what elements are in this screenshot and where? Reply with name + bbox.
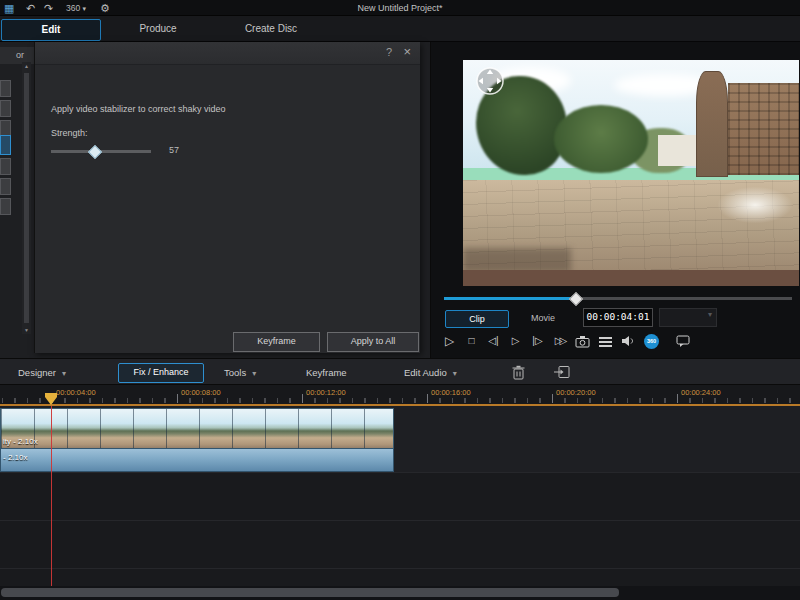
slider-thumb[interactable] xyxy=(88,145,102,159)
insert-project-icon[interactable] xyxy=(554,365,570,383)
ruler-label: 00:00:24:00 xyxy=(681,388,721,397)
preview-quality-dropdown[interactable]: ▾ xyxy=(659,308,717,327)
video-tree-mid xyxy=(554,105,648,173)
previous-frame-button[interactable]: ◁| xyxy=(487,331,500,351)
apply-to-all-button[interactable]: Apply to All xyxy=(327,332,419,352)
chevron-down-icon: ▾ xyxy=(252,369,256,378)
tools-dropdown[interactable]: Tools▾ xyxy=(224,359,256,386)
timeline-area[interactable]: ity - 2.10x - 2.10x xyxy=(0,406,800,586)
track-separator xyxy=(0,472,800,473)
tab-create-disc[interactable]: Create Disc xyxy=(216,19,326,39)
fast-forward-button[interactable]: ▷▷ xyxy=(553,331,566,351)
video-white-building xyxy=(658,135,702,167)
major-tick xyxy=(677,394,678,403)
playhead-marker[interactable] xyxy=(45,393,57,405)
step-play-button[interactable]: ▷ xyxy=(509,331,522,351)
designer-dropdown[interactable]: Designer▾ xyxy=(18,359,66,386)
stabilizer-description: Apply video stabilizer to correct shaky … xyxy=(51,104,226,114)
ruler-label: 00:00:08:00 xyxy=(181,388,221,397)
playhead-triangle xyxy=(45,397,57,405)
library-thumb[interactable] xyxy=(0,198,11,215)
powerdirector-window: ▦ ↶ ↷ 360 ▾ ⚙ New Untitled Project* Edit… xyxy=(0,0,800,600)
snapshot-camera-icon[interactable] xyxy=(575,335,590,348)
video-ground-strip xyxy=(463,270,799,286)
mode-tab-bar: Edit Produce Create Disc xyxy=(0,16,800,42)
video-building xyxy=(728,83,799,176)
scroll-down-icon[interactable]: ▼ xyxy=(22,327,31,333)
ruler-label: 00:00:16:00 xyxy=(431,388,471,397)
playhead-line[interactable] xyxy=(51,406,52,586)
delete-trash-icon[interactable] xyxy=(512,365,525,384)
timecode-display[interactable]: 00:00:04:01 xyxy=(583,308,653,327)
track-separator xyxy=(0,568,800,569)
timeline-video-clip[interactable]: ity - 2.10x xyxy=(0,408,394,450)
video-tower xyxy=(696,71,728,177)
transport-controls: ▷ □ ◁| ▷ |▷ ▷▷ 360 xyxy=(443,330,690,352)
video-shadow xyxy=(463,248,571,273)
preview-window-icon[interactable] xyxy=(676,335,690,347)
library-thumb[interactable] xyxy=(0,100,11,117)
library-thumb[interactable] xyxy=(0,178,11,195)
ruler-label: 00:00:04:00 xyxy=(56,388,96,397)
timeline-horizontal-scrollbar[interactable] xyxy=(0,586,800,600)
strength-label: Strength: xyxy=(51,128,88,138)
pan-360-control[interactable] xyxy=(475,66,505,100)
timeline-toolbar: Designer▾ Fix / Enhance Tools▾ Keyframe … xyxy=(0,358,800,385)
chevron-down-icon: ▾ xyxy=(708,310,712,319)
fix-enhance-button[interactable]: Fix / Enhance xyxy=(118,363,204,383)
major-tick xyxy=(552,394,553,403)
seek-progress xyxy=(444,297,575,300)
scrollbar-thumb[interactable] xyxy=(24,73,29,323)
ruler-ticks xyxy=(0,398,800,403)
panel-header: ? × xyxy=(35,42,420,65)
seek-bar[interactable] xyxy=(444,297,792,300)
display-options-icon[interactable] xyxy=(599,336,612,347)
preview-tab-clip[interactable]: Clip xyxy=(445,310,509,328)
seek-thumb[interactable] xyxy=(568,292,582,306)
chevron-down-icon: ▾ xyxy=(62,369,66,378)
library-scrollbar[interactable]: ▲ ▼ xyxy=(22,62,31,334)
edit-audio-dropdown[interactable]: Edit Audio▾ xyxy=(404,359,457,386)
major-tick xyxy=(427,394,428,403)
next-frame-button[interactable]: |▷ xyxy=(531,331,544,351)
timeline-ruler[interactable]: 00:00:04:00 00:00:08:00 00:00:12:00 00:0… xyxy=(0,385,800,406)
major-tick xyxy=(302,394,303,403)
track-separator xyxy=(0,520,800,521)
video-glare xyxy=(718,187,792,223)
video-clip-label: ity - 2.10x xyxy=(3,437,38,446)
preview-pane: Clip Movie 00:00:04:01 ▾ ▷ □ ◁| ▷ |▷ ▷▷ … xyxy=(430,42,800,358)
tab-produce[interactable]: Produce xyxy=(100,19,216,39)
timeline-audio-clip[interactable]: - 2.10x xyxy=(0,448,394,472)
library-thumb-selected[interactable] xyxy=(0,135,11,155)
project-title: New Untitled Project* xyxy=(0,0,800,16)
title-bar: ▦ ↶ ↷ 360 ▾ ⚙ New Untitled Project* xyxy=(0,0,800,16)
stop-button[interactable]: □ xyxy=(465,331,478,351)
keyframe-toolbar-button[interactable]: Keyframe xyxy=(306,359,347,386)
play-button[interactable]: ▷ xyxy=(443,331,456,351)
major-tick xyxy=(177,394,178,403)
strength-slider[interactable] xyxy=(51,150,151,153)
library-thumb[interactable] xyxy=(0,80,11,97)
audio-clip-label: - 2.10x xyxy=(3,453,27,462)
preview-tab-movie[interactable]: Movie xyxy=(515,310,571,326)
volume-speaker-icon[interactable] xyxy=(621,335,635,347)
strength-value: 57 xyxy=(169,145,179,155)
hscrollbar-thumb[interactable] xyxy=(1,588,619,597)
video-preview[interactable] xyxy=(463,60,799,286)
help-icon[interactable]: ? xyxy=(386,46,392,58)
scroll-up-icon[interactable]: ▲ xyxy=(22,63,31,69)
ruler-label: 00:00:12:00 xyxy=(306,388,346,397)
tab-edit[interactable]: Edit xyxy=(1,19,101,41)
fix-enhance-panel: ? × Apply video stabilizer to correct sh… xyxy=(34,42,420,353)
library-thumb[interactable] xyxy=(0,158,11,175)
view-360-badge[interactable]: 360 xyxy=(644,334,659,349)
keyframe-button[interactable]: Keyframe xyxy=(233,332,320,352)
chevron-down-icon: ▾ xyxy=(453,369,457,378)
close-icon[interactable]: × xyxy=(403,44,411,59)
ruler-label: 00:00:20:00 xyxy=(556,388,596,397)
